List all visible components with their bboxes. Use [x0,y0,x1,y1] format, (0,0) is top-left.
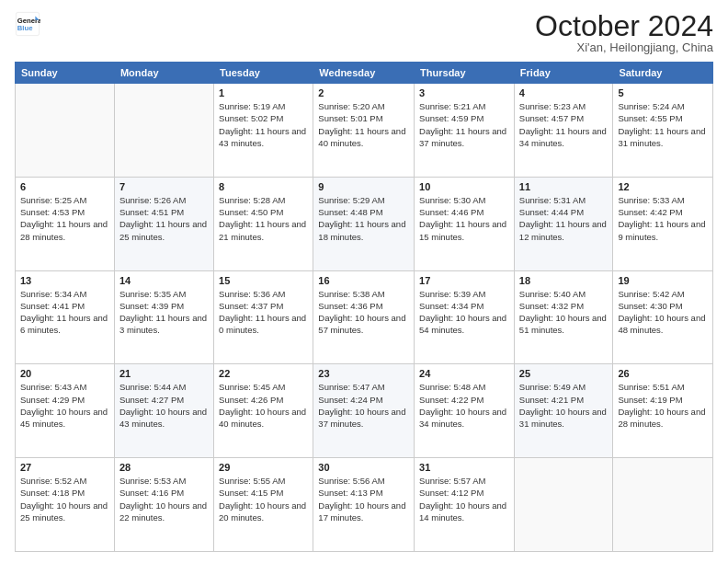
weekday-header-row: SundayMondayTuesdayWednesdayThursdayFrid… [16,63,713,84]
day-info: Sunrise: 5:48 AM Sunset: 4:22 PM Dayligh… [419,381,509,430]
day-info: Sunrise: 5:40 AM Sunset: 4:32 PM Dayligh… [519,288,609,337]
calendar-cell: 9Sunrise: 5:29 AM Sunset: 4:48 PM Daylig… [313,177,415,270]
day-number: 7 [119,181,209,192]
location-subtitle: Xi'an, Heilongjiang, China [535,40,713,54]
day-number: 29 [219,462,308,473]
svg-text:General: General [17,17,40,25]
calendar-cell: 3Sunrise: 5:21 AM Sunset: 4:59 PM Daylig… [415,84,515,178]
day-number: 2 [318,87,409,98]
day-info: Sunrise: 5:47 AM Sunset: 4:24 PM Dayligh… [318,381,409,430]
day-number: 17 [419,275,509,286]
day-info: Sunrise: 5:55 AM Sunset: 4:15 PM Dayligh… [219,475,308,523]
day-info: Sunrise: 5:24 AM Sunset: 4:55 PM Dayligh… [618,100,708,149]
day-info: Sunrise: 5:21 AM Sunset: 4:59 PM Dayligh… [419,100,509,149]
calendar-cell: 24Sunrise: 5:48 AM Sunset: 4:22 PM Dayli… [415,364,515,458]
day-number: 23 [318,368,409,379]
calendar-cell: 7Sunrise: 5:26 AM Sunset: 4:51 PM Daylig… [114,177,213,270]
calendar-cell [613,458,713,552]
calendar-cell: 26Sunrise: 5:51 AM Sunset: 4:19 PM Dayli… [613,364,713,458]
page: General Blue October 2024 Xi'an, Heilong… [0,0,728,563]
day-number: 15 [219,275,308,286]
day-number: 13 [20,275,109,286]
day-number: 4 [519,87,609,98]
calendar-cell: 25Sunrise: 5:49 AM Sunset: 4:21 PM Dayli… [514,364,613,458]
day-number: 9 [318,181,409,192]
calendar-cell: 12Sunrise: 5:33 AM Sunset: 4:42 PM Dayli… [613,177,713,270]
header: General Blue October 2024 Xi'an, Heilong… [15,11,713,54]
day-info: Sunrise: 5:57 AM Sunset: 4:12 PM Dayligh… [419,475,509,523]
calendar-cell: 16Sunrise: 5:38 AM Sunset: 4:36 PM Dayli… [313,270,415,364]
calendar-cell: 13Sunrise: 5:34 AM Sunset: 4:41 PM Dayli… [16,270,115,364]
day-info: Sunrise: 5:35 AM Sunset: 4:39 PM Dayligh… [119,288,209,337]
day-info: Sunrise: 5:34 AM Sunset: 4:41 PM Dayligh… [20,288,109,337]
day-number: 11 [519,181,609,192]
weekday-header-sunday: Sunday [16,63,115,84]
calendar-cell: 4Sunrise: 5:23 AM Sunset: 4:57 PM Daylig… [514,84,613,178]
day-number: 22 [219,368,308,379]
day-number: 24 [419,368,509,379]
weekday-header-tuesday: Tuesday [214,63,313,84]
day-info: Sunrise: 5:45 AM Sunset: 4:26 PM Dayligh… [219,381,308,430]
day-info: Sunrise: 5:30 AM Sunset: 4:46 PM Dayligh… [419,194,509,243]
day-info: Sunrise: 5:20 AM Sunset: 5:01 PM Dayligh… [318,100,409,149]
calendar-cell: 15Sunrise: 5:36 AM Sunset: 4:37 PM Dayli… [214,270,313,364]
calendar-cell: 23Sunrise: 5:47 AM Sunset: 4:24 PM Dayli… [313,364,415,458]
day-number: 27 [20,462,109,473]
day-number: 10 [419,181,509,192]
weekday-header-thursday: Thursday [415,63,515,84]
day-info: Sunrise: 5:53 AM Sunset: 4:16 PM Dayligh… [119,475,209,523]
day-info: Sunrise: 5:33 AM Sunset: 4:42 PM Dayligh… [618,194,708,243]
calendar-cell: 14Sunrise: 5:35 AM Sunset: 4:39 PM Dayli… [114,270,213,364]
calendar-cell: 31Sunrise: 5:57 AM Sunset: 4:12 PM Dayli… [415,458,515,552]
calendar-cell: 11Sunrise: 5:31 AM Sunset: 4:44 PM Dayli… [514,177,613,270]
calendar-cell [514,458,613,552]
calendar-table: SundayMondayTuesdayWednesdayThursdayFrid… [15,62,713,552]
calendar-cell: 6Sunrise: 5:25 AM Sunset: 4:53 PM Daylig… [16,177,115,270]
day-info: Sunrise: 5:29 AM Sunset: 4:48 PM Dayligh… [318,194,409,243]
day-info: Sunrise: 5:51 AM Sunset: 4:19 PM Dayligh… [618,381,708,430]
calendar-cell [16,84,115,178]
calendar-cell: 27Sunrise: 5:52 AM Sunset: 4:18 PM Dayli… [16,458,115,552]
day-number: 21 [119,368,209,379]
day-number: 25 [519,368,609,379]
day-info: Sunrise: 5:19 AM Sunset: 5:02 PM Dayligh… [219,100,308,149]
calendar-cell: 5Sunrise: 5:24 AM Sunset: 4:55 PM Daylig… [613,84,713,178]
calendar-cell: 10Sunrise: 5:30 AM Sunset: 4:46 PM Dayli… [415,177,515,270]
logo: General Blue [15,11,40,37]
day-number: 3 [419,87,509,98]
calendar-cell: 21Sunrise: 5:44 AM Sunset: 4:27 PM Dayli… [114,364,213,458]
day-number: 19 [618,275,708,286]
weekday-header-saturday: Saturday [613,63,713,84]
day-info: Sunrise: 5:39 AM Sunset: 4:34 PM Dayligh… [419,288,509,337]
calendar-cell: 17Sunrise: 5:39 AM Sunset: 4:34 PM Dayli… [415,270,515,364]
calendar-cell: 30Sunrise: 5:56 AM Sunset: 4:13 PM Dayli… [313,458,415,552]
day-info: Sunrise: 5:52 AM Sunset: 4:18 PM Dayligh… [20,475,109,523]
day-number: 12 [618,181,708,192]
day-number: 28 [119,462,209,473]
day-info: Sunrise: 5:26 AM Sunset: 4:51 PM Dayligh… [119,194,209,243]
day-info: Sunrise: 5:25 AM Sunset: 4:53 PM Dayligh… [20,194,109,243]
day-number: 8 [219,181,308,192]
day-number: 6 [20,181,109,192]
logo-icon: General Blue [15,11,40,37]
day-number: 26 [618,368,708,379]
day-info: Sunrise: 5:38 AM Sunset: 4:36 PM Dayligh… [318,288,409,337]
day-info: Sunrise: 5:31 AM Sunset: 4:44 PM Dayligh… [519,194,609,243]
calendar-cell: 22Sunrise: 5:45 AM Sunset: 4:26 PM Dayli… [214,364,313,458]
day-info: Sunrise: 5:56 AM Sunset: 4:13 PM Dayligh… [318,475,409,523]
calendar-cell: 18Sunrise: 5:40 AM Sunset: 4:32 PM Dayli… [514,270,613,364]
week-row-3: 13Sunrise: 5:34 AM Sunset: 4:41 PM Dayli… [16,270,713,364]
day-info: Sunrise: 5:44 AM Sunset: 4:27 PM Dayligh… [119,381,209,430]
weekday-header-wednesday: Wednesday [313,63,415,84]
calendar-cell [114,84,213,178]
calendar-cell: 8Sunrise: 5:28 AM Sunset: 4:50 PM Daylig… [214,177,313,270]
day-number: 20 [20,368,109,379]
week-row-1: 1Sunrise: 5:19 AM Sunset: 5:02 PM Daylig… [16,84,713,178]
calendar-cell: 19Sunrise: 5:42 AM Sunset: 4:30 PM Dayli… [613,270,713,364]
weekday-header-friday: Friday [514,63,613,84]
day-info: Sunrise: 5:36 AM Sunset: 4:37 PM Dayligh… [219,288,308,337]
month-title: October 2024 [535,11,713,40]
day-info: Sunrise: 5:42 AM Sunset: 4:30 PM Dayligh… [618,288,708,337]
day-number: 5 [618,87,708,98]
calendar-cell: 28Sunrise: 5:53 AM Sunset: 4:16 PM Dayli… [114,458,213,552]
